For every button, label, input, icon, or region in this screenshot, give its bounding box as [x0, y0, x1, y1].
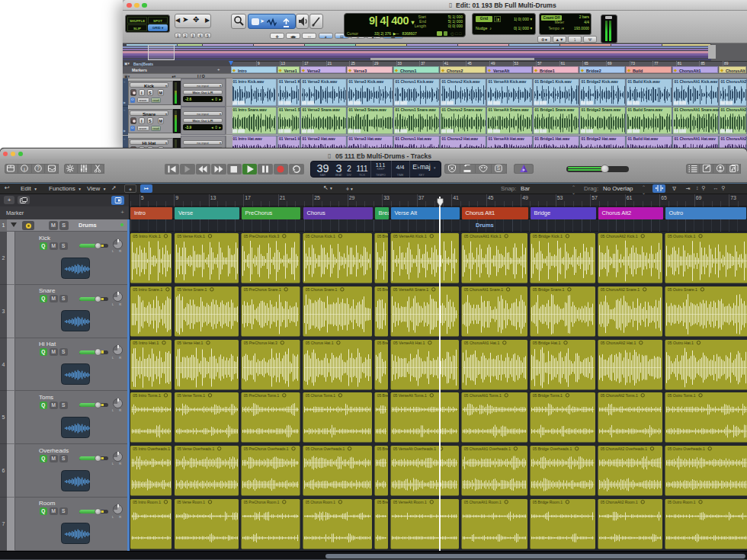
svg-text:05 Verse Room.1: 05 Verse Room.1 — [177, 499, 205, 504]
svg-text:?: ? — [37, 166, 40, 171]
svg-text:05 Bre: 05 Bre — [377, 234, 389, 238]
svg-text:S: S — [497, 166, 501, 171]
svg-text:01 Chorus1 Hat.wav: 01 Chorus1 Hat.wav — [396, 136, 432, 141]
svg-text:01 ChorusAlt1 Snare.wav: 01 ChorusAlt1 Snare.wav — [675, 107, 720, 112]
svg-text:01 Bridge2 Kick.wav: 01 Bridge2 Kick.wav — [582, 79, 619, 84]
svg-text:05 VerseAlt Hat.1: 05 VerseAlt Hat.1 — [393, 340, 425, 344]
svg-text:05 Outro Overheads.1: 05 Outro Overheads.1 — [668, 446, 706, 451]
svg-text:05 Bre: 05 Bre — [377, 286, 389, 291]
svg-text:05 ChorusAlt1 Room.1: 05 ChorusAlt1 Room.1 — [464, 499, 502, 504]
svg-text:01 Bridge2 Snare.wav: 01 Bridge2 Snare.wav — [582, 107, 621, 112]
svg-text:01 Verse3 Hat.wav: 01 Verse3 Hat.wav — [349, 136, 383, 141]
svg-text:01 Bridge1 Hat.wav: 01 Bridge1 Hat.wav — [535, 136, 570, 141]
svg-text:05 Intro Hat.1: 05 Intro Hat.1 — [133, 340, 159, 344]
svg-text:05 Intro Overheads.1: 05 Intro Overheads.1 — [133, 446, 171, 451]
svg-text:05 Bridge Overheads.1: 05 Bridge Overheads.1 — [533, 446, 572, 451]
svg-text:05 Bre: 05 Bre — [377, 446, 389, 451]
svg-text:01 Verse2 Hat.wav: 01 Verse2 Hat.wav — [303, 136, 336, 141]
svg-text:01 VerseAlt Hat.wav: 01 VerseAlt Hat.wav — [489, 136, 524, 141]
svg-text:05 VerseAlt Kick.1: 05 VerseAlt Kick.1 — [393, 234, 428, 238]
svg-text:05 ChorusAlt1 Overheads.1: 05 ChorusAlt1 Overheads.1 — [464, 446, 511, 451]
svg-text:05 ChorusAlt2 Kick.1: 05 ChorusAlt2 Kick.1 — [601, 234, 639, 238]
svg-text:05 Intro Room.1: 05 Intro Room.1 — [133, 499, 161, 504]
svg-text:05 Chorus Snare.1: 05 Chorus Snare.1 — [306, 286, 338, 291]
svg-text:01 Bridge1 Kick.wav: 01 Bridge1 Kick.wav — [535, 79, 572, 84]
svg-text:05 Bridge Snare.1: 05 Bridge Snare.1 — [533, 286, 565, 291]
svg-text:05 PreChorus Room.1: 05 PreChorus Room.1 — [244, 499, 280, 504]
svg-text:05 VerseAlt Overheads.1: 05 VerseAlt Overheads.1 — [393, 446, 437, 451]
svg-text:01 Build Kick.wav: 01 Build Kick.wav — [628, 79, 660, 84]
svg-text:05 Intro Kick.1: 05 Intro Kick.1 — [133, 234, 161, 238]
svg-text:05 Bre: 05 Bre — [377, 340, 389, 344]
svg-text:05 ChorusAlt2 Room.1: 05 ChorusAlt2 Room.1 — [601, 499, 639, 504]
svg-text:05 Outro Snare.1: 05 Outro Snare.1 — [668, 286, 698, 291]
svg-text:05 Verse Snare.1: 05 Verse Snare.1 — [177, 286, 207, 291]
svg-text:05 Bridge Toms.1: 05 Bridge Toms.1 — [533, 393, 563, 398]
svg-text:05 ChorusAlt1 Snare.1: 05 ChorusAlt1 Snare.1 — [464, 286, 504, 291]
svg-text:05 Bre: 05 Bre — [377, 499, 389, 504]
svg-text:05 ChorusAlt2 Toms.1: 05 ChorusAlt2 Toms.1 — [601, 393, 639, 398]
svg-text:05 ChorusAlt1 Toms.1: 05 ChorusAlt1 Toms.1 — [464, 393, 502, 398]
svg-text:01 Build Hat.wav: 01 Build Hat.wav — [628, 136, 659, 141]
svg-text:05 PreChorus Toms.1: 05 PreChorus Toms.1 — [244, 393, 280, 398]
svg-text:05 Verse Overheads.1: 05 Verse Overheads.1 — [177, 446, 215, 451]
svg-text:01 Intro Snare.wav: 01 Intro Snare.wav — [233, 107, 267, 112]
svg-text:05 ChorusAlt1 Hat.1: 05 ChorusAlt1 Hat.1 — [464, 340, 500, 344]
svg-text:01 Verse1 H: 01 Verse1 H — [279, 136, 300, 141]
svg-text:01 ChorusAlt2: 01 ChorusAlt2 — [721, 79, 747, 84]
svg-text:05 VerseAlt Room.1: 05 VerseAlt Room.1 — [393, 499, 428, 504]
svg-text:05 ChorusAlt1 Kick.1: 05 ChorusAlt1 Kick.1 — [464, 234, 502, 238]
svg-text:05 Outro Room.1: 05 Outro Room.1 — [668, 499, 696, 504]
svg-text:01 Chorus2 Snare.wav: 01 Chorus2 Snare.wav — [442, 107, 483, 112]
svg-text:05 Verse Kick.1: 05 Verse Kick.1 — [177, 234, 205, 238]
svg-text:01 Verse3 Snare.wav: 01 Verse3 Snare.wav — [349, 107, 386, 112]
svg-text:05 Chorus Hat.1: 05 Chorus Hat.1 — [306, 340, 334, 344]
svg-text:01 Chorus2 Hat.wav: 01 Chorus2 Hat.wav — [442, 136, 479, 141]
svg-text:i: i — [24, 166, 25, 172]
svg-text:05 Bre: 05 Bre — [377, 393, 389, 398]
svg-text:05 Bridge Room.1: 05 Bridge Room.1 — [533, 499, 563, 504]
svg-text:05 PreChorus Snare.1: 05 PreChorus Snare.1 — [244, 286, 282, 291]
svg-text:05 Verse Hat.1: 05 Verse Hat.1 — [177, 340, 204, 344]
svg-text:01 Intro Kick.wav: 01 Intro Kick.wav — [233, 79, 264, 84]
svg-text:05 Outro Toms.1: 05 Outro Toms.1 — [668, 393, 696, 398]
svg-text:05 PreChorus Hat.3: 05 PreChorus Hat.3 — [244, 340, 278, 344]
svg-text:01 ChorusAlt2: 01 ChorusAlt2 — [721, 107, 747, 112]
svg-text:01 Bridge2 Hat.wav: 01 Bridge2 Hat.wav — [582, 136, 617, 141]
svg-text:05 Outro Hat.1: 05 Outro Hat.1 — [668, 340, 694, 344]
svg-text:01 Verse3 Kick.wav: 01 Verse3 Kick.wav — [349, 79, 384, 84]
svg-text:05 PreChorus Overheads.1: 05 PreChorus Overheads.1 — [244, 446, 289, 451]
svg-text:01 Chorus1 Snare.wav: 01 Chorus1 Snare.wav — [396, 107, 437, 112]
svg-text:01 Verse2 Snare.wav: 01 Verse2 Snare.wav — [303, 107, 340, 112]
svg-text:01 Build Snare.wav: 01 Build Snare.wav — [628, 107, 663, 112]
svg-text:01 Chorus1 Kick.wav: 01 Chorus1 Kick.wav — [396, 79, 434, 84]
svg-text:05 Intro Toms.1: 05 Intro Toms.1 — [133, 393, 161, 398]
svg-text:01 Chorus2 Kick.wav: 01 Chorus2 Kick.wav — [442, 79, 480, 84]
svg-text:01 VerseAlt Kick.wav: 01 VerseAlt Kick.wav — [489, 79, 527, 84]
svg-text:05 VerseAlt Toms.1: 05 VerseAlt Toms.1 — [393, 393, 428, 398]
svg-text:05 ChorusAlt2 Snare.1: 05 ChorusAlt2 Snare.1 — [601, 286, 640, 291]
svg-text:01 Verse1 K: 01 Verse1 K — [279, 79, 300, 84]
svg-text:05 Chorus Kick.1: 05 Chorus Kick.1 — [306, 234, 336, 238]
svg-text:05 Intro Snare.1: 05 Intro Snare.1 — [133, 286, 163, 291]
svg-text:01 Verse2 Kick.wav: 01 Verse2 Kick.wav — [303, 79, 338, 84]
svg-text:05 VerseAlt Snare.1: 05 VerseAlt Snare.1 — [393, 286, 429, 291]
svg-text:05 Outro Kick.1: 05 Outro Kick.1 — [668, 234, 696, 238]
svg-text:05 Chorus Overheads.1: 05 Chorus Overheads.1 — [306, 446, 345, 451]
svg-text:01 Intro Hat.wav: 01 Intro Hat.wav — [233, 136, 263, 141]
svg-text:01 Verse1 S: 01 Verse1 S — [279, 107, 300, 112]
svg-text:05 Chorus Room.1: 05 Chorus Room.1 — [306, 499, 336, 504]
svg-text:05 PreChorus Kick.3: 05 PreChorus Kick.3 — [244, 234, 280, 238]
svg-text:05 Bridge Hat.1: 05 Bridge Hat.1 — [533, 340, 561, 344]
svg-text:05 Chorus Toms.1: 05 Chorus Toms.1 — [306, 393, 336, 398]
svg-text:01 ChorusAlt1 Kick.wav: 01 ChorusAlt1 Kick.wav — [675, 79, 718, 84]
svg-text:05 ChorusAlt2 Hat.1: 05 ChorusAlt2 Hat.1 — [601, 340, 636, 344]
svg-text:05 Verse Toms.1: 05 Verse Toms.1 — [177, 393, 205, 398]
svg-text:01 VerseAlt Snare.wav: 01 VerseAlt Snare.wav — [489, 107, 529, 112]
svg-text:01 ChorusAlt1 Hat.wav: 01 ChorusAlt1 Hat.wav — [675, 136, 716, 141]
svg-text:05 Bridge Kick.1: 05 Bridge Kick.1 — [533, 234, 563, 238]
svg-text:05 ChorusAlt2 Overheads.1: 05 ChorusAlt2 Overheads.1 — [601, 446, 648, 451]
svg-text:01 Bridge1 Snare.wav: 01 Bridge1 Snare.wav — [535, 107, 575, 112]
svg-text:01 ChorusAlt2: 01 ChorusAlt2 — [721, 136, 747, 141]
